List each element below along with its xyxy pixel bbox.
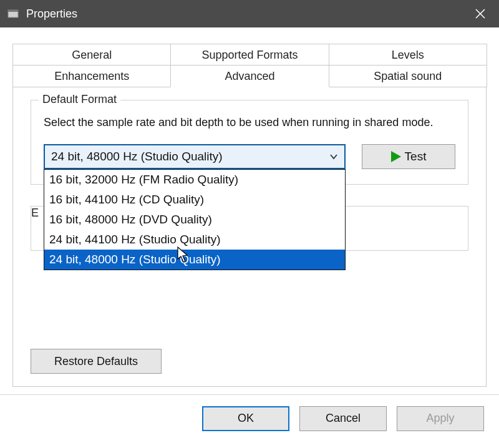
- chevron-down-icon: [329, 152, 338, 162]
- tab-spatial-sound[interactable]: Spatial sound: [329, 65, 487, 87]
- tab-levels[interactable]: Levels: [329, 44, 487, 66]
- default-format-dropdown: 16 bit, 32000 Hz (FM Radio Quality) 16 b…: [44, 169, 346, 270]
- titlebar: Properties: [0, 0, 499, 27]
- cancel-button[interactable]: Cancel: [299, 406, 387, 431]
- dialog-footer: OK Cancel Apply: [0, 394, 499, 442]
- tab-enhancements[interactable]: Enhancements: [12, 65, 171, 87]
- test-button[interactable]: Test: [362, 144, 455, 169]
- tab-general[interactable]: General: [12, 44, 171, 66]
- svg-rect-1: [8, 10, 18, 12]
- default-format-selected-value: 24 bit, 48000 Hz (Studio Quality): [51, 150, 329, 163]
- format-option-1[interactable]: 16 bit, 44100 Hz (CD Quality): [44, 190, 345, 210]
- app-icon: [6, 7, 20, 21]
- format-option-2[interactable]: 16 bit, 48000 Hz (DVD Quality): [44, 210, 345, 230]
- close-button[interactable]: [462, 0, 499, 27]
- close-icon: [475, 9, 485, 19]
- default-format-combobox[interactable]: 24 bit, 48000 Hz (Studio Quality): [44, 144, 346, 169]
- ok-button[interactable]: OK: [202, 406, 289, 431]
- svg-marker-4: [178, 247, 187, 262]
- group-default-format: Default Format Select the sample rate an…: [31, 100, 468, 185]
- restore-defaults-label: Restore Defaults: [54, 355, 138, 368]
- tabstrip: General Supported Formats Levels Enhance…: [12, 44, 487, 87]
- format-option-4[interactable]: 24 bit, 48000 Hz (Studio Quality): [44, 250, 345, 270]
- tabpanel-advanced: Default Format Select the sample rate an…: [12, 87, 487, 387]
- group-default-format-legend: Default Format: [39, 93, 120, 106]
- default-format-description: Select the sample rate and bit depth to …: [44, 114, 455, 130]
- ok-button-label: OK: [238, 412, 254, 425]
- apply-button[interactable]: Apply: [397, 406, 484, 431]
- cancel-button-label: Cancel: [326, 412, 361, 425]
- cursor-icon: [177, 246, 188, 263]
- format-option-3[interactable]: 24 bit, 44100 Hz (Studio Quality): [44, 230, 345, 250]
- restore-defaults-button[interactable]: Restore Defaults: [31, 349, 162, 374]
- tab-supported-formats[interactable]: Supported Formats: [170, 44, 329, 66]
- format-option-0[interactable]: 16 bit, 32000 Hz (FM Radio Quality): [44, 170, 345, 190]
- apply-button-label: Apply: [426, 412, 454, 425]
- tab-advanced[interactable]: Advanced: [170, 65, 329, 87]
- dialog-body: General Supported Formats Levels Enhance…: [0, 27, 499, 394]
- play-icon: [391, 151, 401, 162]
- window-title: Properties: [26, 7, 77, 21]
- test-button-label: Test: [405, 150, 427, 163]
